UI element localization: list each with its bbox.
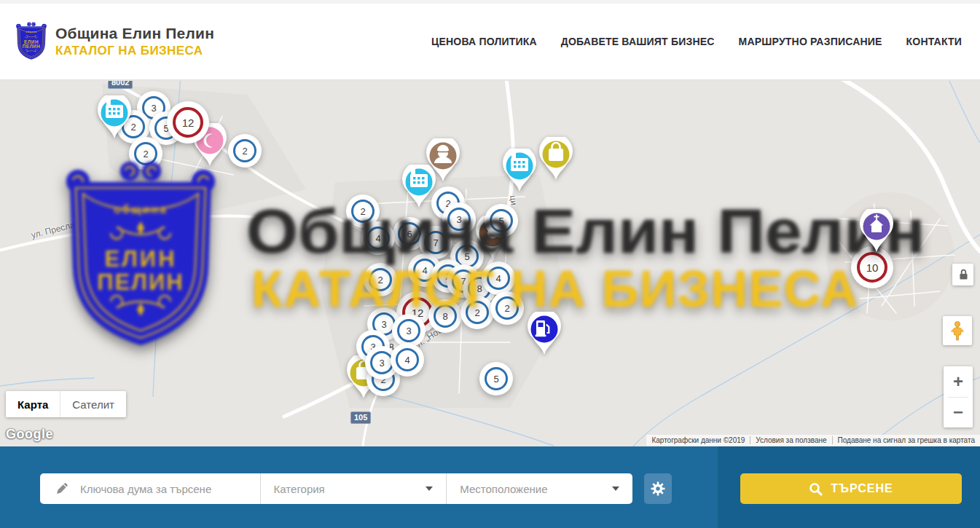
search-button-label: ТЪРСЕНЕ	[831, 482, 893, 495]
cluster-count: 3	[381, 319, 386, 330]
nav-link[interactable]: ДОБАВЕТЕ ВАШИЯТ БИЗНЕС	[561, 36, 715, 47]
gear-icon	[649, 480, 667, 497]
cluster-marker[interactable]: 3	[397, 319, 420, 342]
cluster-count: 7	[433, 237, 438, 248]
cluster-marker[interactable]: 4	[487, 267, 510, 290]
cluster-marker[interactable]: 4	[366, 226, 390, 250]
map-type-control: Карта Сателит	[6, 391, 126, 417]
poi-marker[interactable]	[527, 312, 562, 355]
cluster-marker[interactable]: 2	[233, 139, 256, 162]
pegman-icon	[948, 320, 967, 341]
cluster-count: 4	[404, 355, 409, 366]
cluster-count: 2	[474, 307, 479, 318]
zoom-in-button[interactable]: +	[944, 367, 973, 397]
poi-marker[interactable]	[502, 149, 537, 192]
location-select[interactable]: Местоположение	[447, 473, 632, 504]
search-button[interactable]: ТЪРСЕНЕ	[740, 473, 962, 504]
zoom-out-button[interactable]: −	[944, 398, 973, 427]
header: община ЕЛИН ПЕЛИН Община Елин Пелин КАТА…	[0, 4, 980, 80]
cluster-marker[interactable]: 3	[142, 96, 165, 119]
pencil-icon	[55, 481, 69, 496]
crest-word-elin: ЕЛИН	[24, 39, 39, 44]
cluster-count: 10	[866, 261, 879, 274]
map-roads	[0, 81, 980, 446]
cluster-marker[interactable]: 4	[396, 348, 419, 371]
cluster-count: 4	[422, 265, 427, 276]
map-attribution-link[interactable]: Условия за ползване	[750, 436, 831, 444]
cluster-marker[interactable]: 2	[495, 296, 519, 320]
cluster-count: 8	[477, 283, 482, 294]
keyword-cell	[40, 473, 260, 504]
logo-text: Община Елин Пелин КАТАЛОГ НА БИЗНЕСА	[55, 25, 214, 58]
cluster-marker[interactable]: 3	[372, 312, 396, 336]
cluster-count: 5	[163, 123, 168, 134]
map-type-map-button[interactable]: Карта	[6, 391, 60, 417]
top-strip	[0, 0, 980, 4]
cluster-marker[interactable]: 5	[485, 367, 508, 390]
chevron-down-icon	[612, 486, 619, 491]
street-label: ци	[508, 194, 520, 205]
map-type-satellite-button[interactable]: Сателит	[60, 391, 126, 417]
road-number-badge: 105	[350, 411, 371, 424]
poi-marker[interactable]	[97, 95, 132, 139]
cluster-marker[interactable]: 7	[424, 231, 447, 254]
cluster-count: 2	[143, 149, 148, 159]
cluster-marker[interactable]: 6	[398, 222, 421, 245]
google-logo[interactable]: Google	[6, 427, 53, 442]
map-inner: 325122222356475422784128228333234510 ул.…	[0, 81, 980, 446]
cluster-marker[interactable]: 8	[434, 304, 457, 328]
search-icon	[809, 482, 823, 496]
site-logo[interactable]: община ЕЛИН ПЕЛИН Община Елин Пелин КАТА…	[16, 20, 214, 63]
pegman-control[interactable]	[943, 316, 972, 345]
cluster-count: 6	[407, 229, 412, 240]
keyword-search-input[interactable]	[79, 482, 254, 496]
map-canvas[interactable]: 325122222356475422784128228333234510 ул.…	[0, 81, 980, 446]
cluster-marker[interactable]: 4	[413, 259, 436, 282]
crest-word-pelin: ПЕЛИН	[23, 44, 40, 49]
cluster-count: 2	[242, 146, 247, 157]
advanced-settings-button[interactable]	[644, 473, 672, 504]
nav-link[interactable]: ЦЕНОВА ПОЛИТИКА	[431, 36, 537, 47]
map-copyright-text: Картографски данни ©2019	[646, 436, 750, 444]
cluster-marker[interactable]: 3	[447, 208, 471, 231]
cluster-count: 12	[182, 117, 195, 129]
category-select[interactable]: Категория	[261, 473, 447, 504]
site-subtitle: КАТАЛОГ НА БИЗНЕСА	[55, 44, 214, 58]
cluster-count: 7	[460, 276, 466, 287]
cluster-marker[interactable]: 2	[466, 301, 489, 324]
cluster-count: 8	[442, 311, 447, 322]
municipality-crest-icon: община ЕЛИН ПЕЛИН	[16, 20, 47, 63]
search-input-group: Категория Местоположение	[40, 473, 632, 504]
cluster-marker[interactable]: 10	[857, 252, 887, 283]
map-attribution: Картографски данни ©2019Условия за ползв…	[646, 435, 980, 446]
lock-icon	[955, 267, 971, 283]
chevron-down-icon	[426, 486, 433, 491]
cluster-marker[interactable]: 5	[490, 209, 513, 232]
site-title: Община Елин Пелин	[55, 25, 214, 42]
nav-link[interactable]: МАРШРУТНО РАЗПИСАНИЕ	[739, 36, 882, 47]
nav-link[interactable]: КОНТАКТИ	[906, 36, 962, 47]
cluster-count: 8	[388, 342, 393, 352]
poi-marker[interactable]	[538, 137, 573, 181]
cluster-marker[interactable]: 5	[455, 245, 479, 268]
category-select-value: Категория	[274, 483, 325, 495]
cluster-count: 5	[464, 251, 469, 262]
cluster-marker[interactable]: 3	[370, 351, 393, 374]
poi-marker[interactable]	[859, 209, 894, 253]
cluster-marker[interactable]: 2	[134, 142, 157, 165]
street-view-lock-button[interactable]	[952, 264, 973, 285]
search-bar: Категория Местоположение	[0, 446, 980, 528]
map-attribution-link[interactable]: Подаване на сигнал за грешка в картата	[832, 436, 980, 444]
cluster-marker[interactable]: 2	[351, 200, 375, 223]
crest-word-obshtina: община	[26, 31, 37, 34]
cluster-count: 3	[151, 103, 156, 114]
location-select-value: Местоположение	[460, 483, 547, 495]
poi-marker[interactable]	[401, 165, 436, 208]
cluster-count: 4	[495, 273, 501, 284]
cluster-marker[interactable]: 2	[369, 268, 392, 291]
zoom-control: + −	[944, 366, 973, 427]
cluster-count: 3	[456, 214, 461, 225]
cluster-count: 4	[375, 233, 380, 244]
cluster-count: 2	[377, 275, 383, 285]
cluster-marker[interactable]: 12	[173, 107, 203, 138]
